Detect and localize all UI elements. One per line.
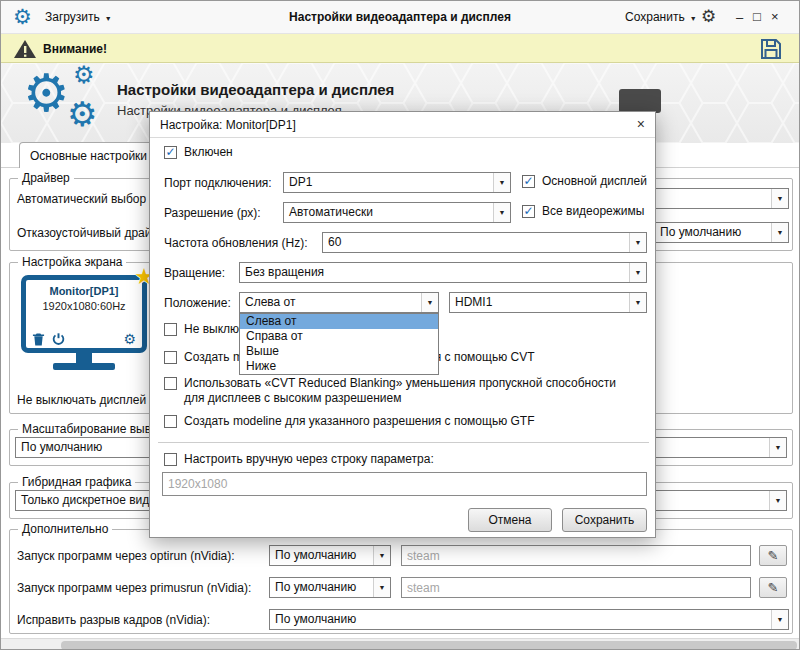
rate-value: 60 — [323, 233, 629, 252]
warning-text: Внимание! — [43, 42, 107, 56]
optirun-mode-select[interactable]: По умолчанию ▼ — [269, 545, 391, 566]
refresh-rate-select[interactable]: 60 ▼ — [322, 232, 647, 253]
scrollbar-thumb[interactable] — [61, 641, 797, 650]
enabled-checkbox-row[interactable]: ✓ Включен — [164, 145, 233, 160]
port-select[interactable]: DP1 ▼ — [283, 172, 511, 193]
maximize-button[interactable]: □ — [753, 10, 761, 23]
primary-display-label: Основной дисплей — [542, 174, 647, 189]
monitor-widget[interactable]: Monitor[DP1] 1920x1080:60Hz ⚙ ★ — [21, 275, 147, 370]
monitor-name: Monitor[DP1] — [26, 285, 142, 297]
minimize-button[interactable]: – — [736, 11, 743, 24]
relative-display-select[interactable]: HDMI1 ▼ — [449, 292, 647, 313]
port-label: Порт подключения: — [164, 176, 272, 190]
settings-gear-icon[interactable]: ⚙ — [701, 8, 716, 25]
manual-mode-input[interactable] — [162, 472, 647, 496]
monitor-screen: Monitor[DP1] 1920x1080:60Hz ⚙ — [21, 275, 147, 353]
chevron-down-icon: ▼ — [373, 578, 390, 597]
chevron-down-icon: ▼ — [771, 610, 788, 629]
chevron-down-icon: ▼ — [769, 491, 786, 510]
position-select[interactable]: Слева от ▼ — [239, 292, 439, 313]
dialog-save-button[interactable]: Сохранить — [562, 508, 647, 532]
manual-label: Настроить вручную через строку параметра… — [184, 452, 434, 467]
enabled-label: Включен — [184, 145, 233, 160]
page-title: Настройки видеоадаптера и дисплея — [117, 81, 394, 98]
cvt-rb-checkbox[interactable] — [164, 377, 177, 390]
dialog-close-icon[interactable]: × — [637, 117, 645, 131]
power-icon[interactable] — [52, 332, 65, 346]
no-poweroff-checkbox[interactable] — [164, 323, 177, 336]
position-label: Положение: — [164, 296, 231, 310]
warning-bar: Внимание! — [1, 33, 799, 63]
titlebar: ⚙ Загрузить ▼ Настройки видеоадаптера и … — [1, 1, 799, 33]
save-file-icon[interactable] — [759, 37, 783, 61]
rotation-select[interactable]: Без вращения ▼ — [239, 262, 647, 283]
pencil-icon: ✎ — [768, 580, 779, 595]
primusrun-mode-select[interactable]: По умолчанию ▼ — [269, 577, 391, 598]
chevron-down-icon: ▼ — [629, 263, 646, 282]
check-icon: ✓ — [165, 146, 175, 158]
extra-group-legend: Дополнительно — [18, 522, 112, 536]
monitor-settings-dialog: Настройка: Monitor[DP1] × ✓ Включен Порт… — [149, 111, 656, 538]
all-modes-label: Все видеорежимы — [542, 204, 644, 219]
optirun-edit-button[interactable]: ✎ — [759, 545, 787, 566]
resolution-select[interactable]: Автоматически ▼ — [283, 202, 511, 223]
manual-checkbox[interactable] — [164, 453, 177, 466]
gtf-checkbox[interactable] — [164, 415, 177, 428]
horizontal-scrollbar[interactable] — [1, 638, 799, 650]
screen-no-poweroff-label: Не выключать дисплей — [17, 393, 146, 407]
chevron-down-icon: ▼ — [771, 223, 788, 242]
dialog-title: Настройка: Monitor[DP1] — [160, 118, 296, 132]
driver-fallback-select[interactable]: По умолчанию ▼ — [654, 222, 789, 243]
dialog-save-button-label: Сохранить — [575, 513, 635, 527]
cancel-button-label: Отмена — [488, 513, 531, 527]
port-value: DP1 — [284, 173, 493, 192]
dialog-divider — [158, 442, 649, 443]
position-option-above[interactable]: Выше — [240, 344, 438, 359]
enabled-checkbox[interactable]: ✓ — [164, 146, 177, 159]
monitor-gear-icon[interactable]: ⚙ — [123, 332, 136, 346]
cvt-rb-row[interactable]: Использовать «CVT Reduced Blanking» умен… — [164, 376, 632, 406]
check-icon: ✓ — [523, 175, 533, 187]
position-option-below[interactable]: Ниже — [240, 359, 438, 374]
resolution-value: Автоматически — [284, 203, 493, 222]
primary-display-checkbox[interactable]: ✓ — [522, 175, 535, 188]
gtf-row[interactable]: Создать modeline для указанного разрешен… — [164, 414, 535, 429]
tearing-select[interactable]: По умолчанию ▼ — [269, 609, 789, 630]
close-button[interactable]: × — [771, 10, 779, 23]
save-menu-label: Сохранить — [625, 10, 685, 24]
warning-icon — [13, 39, 37, 59]
position-value: Слева от — [240, 293, 421, 312]
rotation-value: Без вращения — [240, 263, 629, 282]
chevron-down-icon: ▼ — [629, 233, 646, 252]
primusrun-mode-value: По умолчанию — [270, 578, 373, 597]
tab-main-settings[interactable]: Основные настройки — [19, 142, 161, 168]
monitor-mode: 1920x1080:60Hz — [26, 300, 142, 312]
position-option-right[interactable]: Справа от — [240, 329, 438, 344]
position-option-left[interactable]: Слева от — [240, 314, 438, 329]
cancel-button[interactable]: Отмена — [468, 508, 552, 532]
driver-group-legend: Драйвер — [18, 171, 74, 185]
primusrun-app-input[interactable] — [401, 577, 751, 598]
position-options-list: Слева от Справа от Выше Ниже — [239, 313, 439, 375]
tearing-value: По умолчанию — [270, 610, 771, 629]
chevron-down-icon: ▼ — [493, 203, 510, 222]
all-modes-row[interactable]: ✓ Все видеорежимы — [522, 204, 644, 219]
chevron-down-icon: ▼ — [373, 546, 390, 565]
chevron-down-icon: ▼ — [690, 15, 697, 22]
all-modes-checkbox[interactable]: ✓ — [522, 205, 535, 218]
cvt-checkbox[interactable] — [164, 351, 177, 364]
manual-row[interactable]: Настроить вручную через строку параметра… — [164, 452, 434, 467]
save-menu-button[interactable]: Сохранить ▼ — [625, 10, 697, 24]
header-decoration — [619, 89, 661, 113]
trash-icon[interactable] — [32, 332, 45, 346]
screen-group-legend: Настройка экрана — [18, 255, 126, 269]
optirun-app-input[interactable] — [401, 545, 751, 566]
chevron-down-icon: ▼ — [769, 438, 786, 457]
chevron-down-icon: ▼ — [493, 173, 510, 192]
app-window: ⚙ Загрузить ▼ Настройки видеоадаптера и … — [0, 0, 800, 650]
primary-display-row[interactable]: ✓ Основной дисплей — [522, 174, 647, 189]
resolution-label: Разрешение (px): — [164, 206, 261, 220]
primusrun-edit-button[interactable]: ✎ — [759, 577, 787, 598]
primusrun-label: Запуск программ через primusrun (nVidia)… — [17, 581, 251, 595]
cvt-rb-label: Использовать «CVT Reduced Blanking» умен… — [184, 376, 632, 406]
